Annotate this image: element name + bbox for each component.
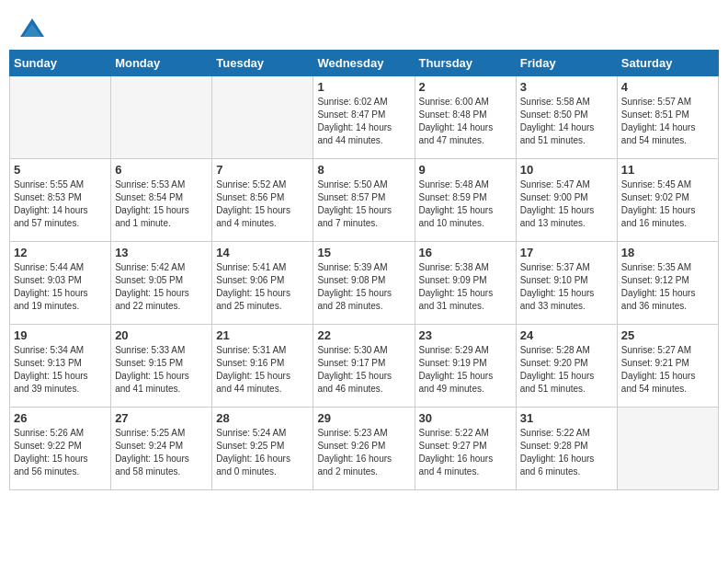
cell-content: Sunrise: 5:34 AMSunset: 9:13 PMDaylight:…: [14, 344, 107, 396]
cell-content: Sunrise: 5:53 AMSunset: 8:54 PMDaylight:…: [115, 178, 208, 230]
day-number: 27: [115, 411, 208, 425]
weekday-header: Thursday: [415, 51, 516, 76]
day-number: 15: [317, 246, 410, 259]
day-number: 29: [317, 411, 410, 425]
weekday-header-row: SundayMondayTuesdayWednesdayThursdayFrid…: [10, 51, 719, 76]
calendar-cell: 21Sunrise: 5:31 AMSunset: 9:16 PMDayligh…: [212, 325, 313, 408]
calendar-cell: 25Sunrise: 5:27 AMSunset: 9:21 PMDayligh…: [617, 325, 718, 408]
day-number: 7: [216, 163, 309, 177]
calendar-cell: 16Sunrise: 5:38 AMSunset: 9:09 PMDayligh…: [415, 242, 516, 325]
calendar-cell: 7Sunrise: 5:52 AMSunset: 8:56 PMDaylight…: [212, 159, 313, 242]
calendar-cell: 28Sunrise: 5:24 AMSunset: 9:25 PMDayligh…: [212, 408, 313, 490]
calendar-cell: [212, 76, 313, 159]
day-number: 10: [520, 163, 613, 177]
cell-content: Sunrise: 5:26 AMSunset: 9:22 PMDaylight:…: [14, 427, 107, 478]
day-number: 23: [419, 328, 512, 342]
calendar-table: SundayMondayTuesdayWednesdayThursdayFrid…: [9, 50, 719, 490]
cell-content: Sunrise: 5:47 AMSunset: 9:00 PMDaylight:…: [520, 178, 613, 230]
calendar-cell: 9Sunrise: 5:48 AMSunset: 8:59 PMDaylight…: [415, 159, 516, 242]
cell-content: Sunrise: 5:41 AMSunset: 9:06 PMDaylight:…: [216, 261, 309, 313]
cell-content: Sunrise: 5:42 AMSunset: 9:05 PMDaylight:…: [115, 261, 208, 313]
cell-content: Sunrise: 6:00 AMSunset: 8:48 PMDaylight:…: [419, 96, 512, 147]
day-number: 12: [14, 246, 107, 259]
day-number: 21: [216, 328, 309, 342]
weekday-header: Friday: [516, 51, 617, 76]
calendar-cell: 8Sunrise: 5:50 AMSunset: 8:57 PMDaylight…: [313, 159, 415, 242]
logo-icon: [18, 17, 46, 44]
calendar-cell: 11Sunrise: 5:45 AMSunset: 9:02 PMDayligh…: [617, 159, 718, 242]
cell-content: Sunrise: 5:48 AMSunset: 8:59 PMDaylight:…: [419, 178, 512, 230]
cell-content: Sunrise: 5:38 AMSunset: 9:09 PMDaylight:…: [419, 261, 512, 313]
day-number: 20: [115, 328, 208, 342]
logo: [18, 17, 50, 44]
day-number: 5: [14, 163, 107, 177]
day-number: 16: [419, 246, 512, 259]
cell-content: Sunrise: 5:57 AMSunset: 8:51 PMDaylight:…: [621, 96, 714, 147]
day-number: 19: [14, 328, 107, 342]
cell-content: Sunrise: 5:58 AMSunset: 8:50 PMDaylight:…: [520, 96, 613, 147]
calendar-cell: 31Sunrise: 5:22 AMSunset: 9:28 PMDayligh…: [516, 408, 617, 490]
calendar-cell: 17Sunrise: 5:37 AMSunset: 9:10 PMDayligh…: [516, 242, 617, 325]
calendar-cell: 19Sunrise: 5:34 AMSunset: 9:13 PMDayligh…: [10, 325, 111, 408]
calendar-week-row: 12Sunrise: 5:44 AMSunset: 9:03 PMDayligh…: [10, 242, 719, 325]
cell-content: Sunrise: 5:44 AMSunset: 9:03 PMDaylight:…: [14, 261, 107, 313]
calendar-cell: 27Sunrise: 5:25 AMSunset: 9:24 PMDayligh…: [111, 408, 212, 490]
day-number: 18: [621, 246, 714, 259]
day-number: 24: [520, 328, 613, 342]
cell-content: Sunrise: 5:31 AMSunset: 9:16 PMDaylight:…: [216, 344, 309, 396]
cell-content: Sunrise: 5:24 AMSunset: 9:25 PMDaylight:…: [216, 427, 309, 478]
weekday-header: Saturday: [617, 51, 718, 76]
calendar-cell: 23Sunrise: 5:29 AMSunset: 9:19 PMDayligh…: [415, 325, 516, 408]
day-number: 2: [419, 80, 512, 94]
cell-content: Sunrise: 5:37 AMSunset: 9:10 PMDaylight:…: [520, 261, 613, 313]
cell-content: Sunrise: 5:28 AMSunset: 9:20 PMDaylight:…: [520, 344, 613, 396]
calendar-cell: 6Sunrise: 5:53 AMSunset: 8:54 PMDaylight…: [111, 159, 212, 242]
cell-content: Sunrise: 5:50 AMSunset: 8:57 PMDaylight:…: [317, 178, 410, 230]
calendar-week-row: 5Sunrise: 5:55 AMSunset: 8:53 PMDaylight…: [10, 159, 719, 242]
calendar-cell: 12Sunrise: 5:44 AMSunset: 9:03 PMDayligh…: [10, 242, 111, 325]
day-number: 1: [317, 80, 410, 94]
cell-content: Sunrise: 5:39 AMSunset: 9:08 PMDaylight:…: [317, 261, 410, 313]
day-number: 26: [14, 411, 107, 425]
cell-content: Sunrise: 5:23 AMSunset: 9:26 PMDaylight:…: [317, 427, 410, 478]
calendar-week-row: 26Sunrise: 5:26 AMSunset: 9:22 PMDayligh…: [10, 408, 719, 490]
cell-content: Sunrise: 5:52 AMSunset: 8:56 PMDaylight:…: [216, 178, 309, 230]
cell-content: Sunrise: 5:33 AMSunset: 9:15 PMDaylight:…: [115, 344, 208, 396]
weekday-header: Sunday: [10, 51, 111, 76]
calendar-cell: 2Sunrise: 6:00 AMSunset: 8:48 PMDaylight…: [415, 76, 516, 159]
calendar-cell: 30Sunrise: 5:22 AMSunset: 9:27 PMDayligh…: [415, 408, 516, 490]
calendar-cell: 14Sunrise: 5:41 AMSunset: 9:06 PMDayligh…: [212, 242, 313, 325]
cell-content: Sunrise: 5:45 AMSunset: 9:02 PMDaylight:…: [621, 178, 714, 230]
calendar-cell: 10Sunrise: 5:47 AMSunset: 9:00 PMDayligh…: [516, 159, 617, 242]
day-number: 31: [520, 411, 613, 425]
cell-content: Sunrise: 5:29 AMSunset: 9:19 PMDaylight:…: [419, 344, 512, 396]
calendar-cell: 15Sunrise: 5:39 AMSunset: 9:08 PMDayligh…: [313, 242, 415, 325]
day-number: 13: [115, 246, 208, 259]
cell-content: Sunrise: 5:25 AMSunset: 9:24 PMDaylight:…: [115, 427, 208, 478]
cell-content: Sunrise: 5:35 AMSunset: 9:12 PMDaylight:…: [621, 261, 714, 313]
calendar-cell: [111, 76, 212, 159]
cell-content: Sunrise: 5:22 AMSunset: 9:28 PMDaylight:…: [520, 427, 613, 478]
day-number: 3: [520, 80, 613, 94]
cell-content: Sunrise: 5:30 AMSunset: 9:17 PMDaylight:…: [317, 344, 410, 396]
calendar-cell: 13Sunrise: 5:42 AMSunset: 9:05 PMDayligh…: [111, 242, 212, 325]
page-header: [9, 9, 719, 50]
day-number: 11: [621, 163, 714, 177]
calendar-cell: 3Sunrise: 5:58 AMSunset: 8:50 PMDaylight…: [516, 76, 617, 159]
day-number: 4: [621, 80, 714, 94]
calendar-cell: 20Sunrise: 5:33 AMSunset: 9:15 PMDayligh…: [111, 325, 212, 408]
weekday-header: Tuesday: [212, 51, 313, 76]
day-number: 25: [621, 328, 714, 342]
day-number: 9: [419, 163, 512, 177]
day-number: 28: [216, 411, 309, 425]
calendar-week-row: 19Sunrise: 5:34 AMSunset: 9:13 PMDayligh…: [10, 325, 719, 408]
calendar-cell: 22Sunrise: 5:30 AMSunset: 9:17 PMDayligh…: [313, 325, 415, 408]
calendar-cell: [617, 408, 718, 490]
day-number: 22: [317, 328, 410, 342]
calendar-cell: [10, 76, 111, 159]
calendar-cell: 18Sunrise: 5:35 AMSunset: 9:12 PMDayligh…: [617, 242, 718, 325]
cell-content: Sunrise: 5:55 AMSunset: 8:53 PMDaylight:…: [14, 178, 107, 230]
weekday-header: Wednesday: [313, 51, 415, 76]
calendar-cell: 4Sunrise: 5:57 AMSunset: 8:51 PMDaylight…: [617, 76, 718, 159]
cell-content: Sunrise: 6:02 AMSunset: 8:47 PMDaylight:…: [317, 96, 410, 147]
